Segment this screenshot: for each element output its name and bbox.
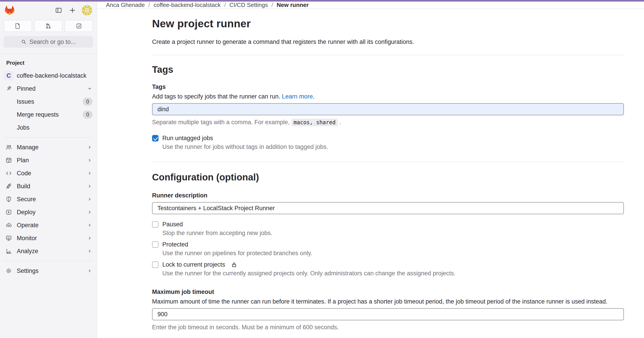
sidebar-item-operate[interactable]: Operate (0, 219, 96, 232)
paused-help: Stop the runner from accepting new jobs. (162, 230, 624, 237)
paused-checkbox[interactable]: Paused (152, 221, 624, 228)
sidebar-item-analyze[interactable]: Analyze (0, 245, 96, 258)
sidebar-item-pinned[interactable]: Pinned (0, 82, 96, 95)
tags-field-label: Tags (152, 84, 624, 90)
checkbox-unchecked[interactable] (152, 241, 158, 248)
lock-to-projects-checkbox[interactable]: Lock to current projects (152, 261, 624, 268)
run-untagged-jobs-checkbox[interactable]: Run untagged jobs (152, 135, 624, 142)
chart-icon (5, 248, 12, 254)
search-input[interactable]: Search or go to... (4, 36, 93, 48)
sidebar-item-secure[interactable]: Secure (0, 193, 96, 206)
merge-request-icon (45, 23, 52, 29)
lock-icon (231, 262, 237, 268)
super-sidebar: Search or go to... Project C coffee-back… (0, 2, 97, 338)
sidebar-item-project[interactable]: C coffee-backend-localstack (0, 69, 96, 82)
lock-to-projects-help: Use the runner for the currently assigne… (162, 270, 624, 277)
chevron-right-icon (87, 248, 92, 254)
chevron-right-icon (87, 209, 92, 215)
merge-requests-count-badge: 0 (83, 111, 92, 119)
project-name: coffee-backend-localstack (17, 72, 92, 79)
sidebar-item-jobs[interactable]: Jobs (0, 121, 96, 134)
runner-description-input[interactable] (152, 202, 624, 214)
breadcrumb-user[interactable]: Anca Ghenade (106, 2, 145, 9)
chevron-right-icon (87, 268, 92, 274)
todos-shortcut-button[interactable] (64, 20, 93, 32)
sidebar-item-issues[interactable]: Issues 0 (0, 95, 96, 108)
breadcrumb: Anca Ghenade / coffee-backend-localstack… (97, 2, 644, 9)
chevron-right-icon (87, 144, 92, 150)
chevron-down-icon (87, 86, 92, 92)
tags-helper-text: Separate multiple tags with a comma. For… (152, 119, 624, 126)
todo-check-icon (76, 23, 82, 29)
page-title: New project runner (152, 18, 624, 30)
code-icon (5, 170, 12, 177)
search-icon (21, 39, 26, 45)
divider (152, 55, 624, 55)
sidebar-section-label: Project (0, 58, 96, 69)
sidebar-toggle-button[interactable] (54, 6, 63, 15)
checkbox-checked[interactable] (152, 135, 158, 141)
monitor-icon (5, 235, 12, 241)
tags-field-description: Add tags to specify jobs that the runner… (152, 93, 624, 100)
sidebar-item-manage[interactable]: Manage (0, 141, 96, 154)
max-job-timeout-label: Maximum job timeout (152, 288, 624, 295)
chevron-right-icon (87, 196, 92, 202)
user-avatar[interactable] (82, 5, 92, 16)
breadcrumb-cicd-settings[interactable]: CI/CD Settings (230, 2, 268, 9)
issues-icon (14, 23, 21, 29)
chevron-right-icon (87, 157, 92, 163)
pin-icon (5, 85, 12, 92)
divider (152, 162, 624, 162)
sidebar-item-build[interactable]: Build (0, 180, 96, 193)
divider (4, 261, 93, 261)
chevron-right-icon (87, 183, 92, 189)
users-icon (5, 144, 12, 151)
run-untagged-jobs-help: Use the runner for jobs without tags in … (162, 144, 624, 150)
protected-checkbox[interactable]: Protected (152, 241, 624, 248)
divider (4, 137, 93, 138)
configuration-section-heading: Configuration (optional) (152, 172, 624, 183)
pinned-label: Pinned (17, 85, 87, 92)
sidebar-item-merge-requests[interactable]: Merge requests 0 (0, 108, 96, 121)
gear-icon (5, 267, 12, 274)
browser-accent-bar (0, 0, 644, 2)
sidebar-item-monitor[interactable]: Monitor (0, 232, 96, 245)
calendar-icon (5, 157, 12, 164)
breadcrumb-current: New runner (276, 2, 308, 9)
merge-requests-shortcut-button[interactable] (34, 20, 62, 32)
issues-count-badge: 0 (83, 98, 92, 106)
page-subtitle: Create a project runner to generate a co… (152, 38, 624, 46)
max-job-timeout-description: Maximum amount of time the runner can ru… (152, 298, 624, 305)
chevron-right-icon (87, 170, 92, 176)
breadcrumb-project[interactable]: coffee-backend-localstack (154, 2, 221, 9)
learn-more-link[interactable]: Learn more (282, 93, 313, 100)
main-panel: Anca Ghenade / coffee-backend-localstack… (97, 2, 644, 338)
sidebar-item-code[interactable]: Code (0, 167, 96, 180)
sidebar-item-deploy[interactable]: Deploy (0, 206, 96, 219)
sidebar-item-settings[interactable]: Settings (0, 264, 96, 277)
tags-input[interactable] (152, 103, 624, 115)
sidebar-item-plan[interactable]: Plan (0, 154, 96, 167)
runner-description-label: Runner description (152, 192, 624, 199)
deploy-icon (5, 209, 12, 216)
checkbox-unchecked[interactable] (152, 261, 158, 268)
search-placeholder: Search or go to... (29, 39, 76, 46)
issues-shortcut-button[interactable] (4, 20, 32, 32)
chevron-right-icon (87, 235, 92, 241)
tags-example-code: macos, shared (291, 119, 338, 126)
rocket-icon (5, 183, 12, 190)
tags-section-heading: Tags (152, 64, 624, 75)
chevron-right-icon (87, 222, 92, 228)
cloud-pod-icon (5, 222, 12, 228)
max-job-timeout-input[interactable] (152, 308, 624, 320)
gitlab-window: Search or go to... Project C coffee-back… (0, 0, 644, 338)
max-job-timeout-help: Enter the job timeout in seconds. Must b… (152, 324, 624, 331)
project-avatar: C (4, 71, 14, 81)
create-new-button[interactable] (68, 6, 77, 15)
checkbox-unchecked[interactable] (152, 221, 158, 228)
shield-icon (5, 196, 12, 203)
protected-help: Use the runner on pipelines for protecte… (162, 250, 624, 257)
gitlab-logo[interactable] (4, 6, 15, 15)
